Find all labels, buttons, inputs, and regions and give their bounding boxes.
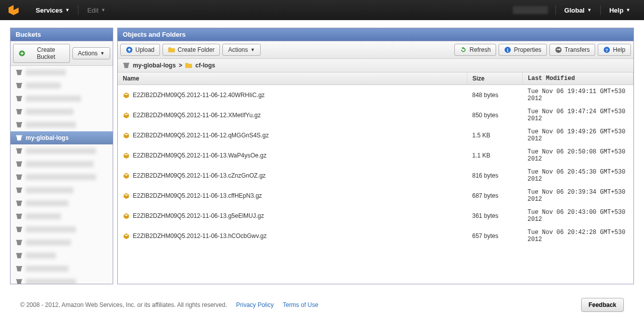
file-icon <box>123 92 130 99</box>
bucket-icon <box>123 62 130 69</box>
object-modified: Tue Nov 06 19:49:11 GMT+530 2012 <box>523 85 633 106</box>
file-icon <box>123 192 130 199</box>
column-header-modified[interactable]: Last Modified <box>523 72 633 85</box>
bucket-item-redacted[interactable] <box>11 197 113 210</box>
object-size: 1.1 KB <box>467 145 523 166</box>
nav-divider <box>600 5 601 15</box>
edit-menu[interactable]: Edit ▼ <box>81 7 111 14</box>
transfers-label: Transfers <box>565 46 590 53</box>
bucket-item-redacted[interactable] <box>11 92 113 105</box>
objects-panel: Objects and Folders Upload Create Folder… <box>117 28 634 284</box>
bucket-item-redacted[interactable] <box>11 249 113 262</box>
aws-logo-icon[interactable] <box>8 4 20 16</box>
object-modified: Tue Nov 06 19:47:24 GMT+530 2012 <box>523 105 633 125</box>
object-modified: Tue Nov 06 20:42:28 GMT+530 2012 <box>523 226 633 246</box>
upload-label: Upload <box>135 46 154 53</box>
footer: © 2008 - 2012, Amazon Web Services, Inc.… <box>0 292 644 318</box>
object-modified: Tue Nov 06 20:39:34 GMT+530 2012 <box>523 186 633 206</box>
bucket-item-selected[interactable]: my-global-logs <box>11 131 113 144</box>
object-modified: Tue Nov 06 20:45:30 GMT+530 2012 <box>523 166 633 186</box>
bucket-item-redacted[interactable] <box>11 144 113 157</box>
edit-label: Edit <box>87 7 98 14</box>
chevron-down-icon: ▼ <box>101 8 106 13</box>
table-row[interactable]: E2ZIB2DZHM09Q5.2012-11-06-13.cffHEpN3.gz… <box>118 186 633 206</box>
file-icon <box>123 112 130 119</box>
object-size: 1.5 KB <box>467 125 523 145</box>
table-row[interactable]: E2ZIB2DZHM09Q5.2012-11-06-12.40WRHIiC.gz… <box>118 85 633 106</box>
bucket-item-redacted[interactable] <box>11 157 113 171</box>
file-icon <box>123 152 130 159</box>
create-folder-button[interactable]: Create Folder <box>163 44 220 56</box>
object-name: E2ZIB2DZHM09Q5.2012-11-06-13.g5eElMUJ.gz <box>133 212 264 219</box>
chevron-down-icon: ▼ <box>65 8 70 13</box>
bucket-item-redacted[interactable] <box>11 171 113 184</box>
refresh-label: Refresh <box>469 46 491 53</box>
object-size: 816 bytes <box>467 166 523 186</box>
help-button[interactable]: Help <box>598 44 631 56</box>
table-row[interactable]: E2ZIB2DZHM09Q5.2012-11-06-12.qMGGnS4S.gz… <box>118 125 633 145</box>
breadcrumb: my-global-logs > cf-logs <box>118 59 633 72</box>
top-nav: Services ▼ Edit ▼ Global ▼ Help ▼ <box>0 0 644 20</box>
file-icon <box>123 232 130 240</box>
table-row[interactable]: E2ZIB2DZHM09Q5.2012-11-06-13.WaP4ysOe.gz… <box>118 145 633 166</box>
buckets-panel: Buckets Create Bucket Actions ▼ my-globa… <box>10 28 113 284</box>
table-row[interactable]: E2ZIB2DZHM09Q5.2012-11-06-13.g5eElMUJ.gz… <box>118 206 633 226</box>
region-label: Global <box>565 7 585 14</box>
bucket-item-label: my-global-logs <box>26 134 68 141</box>
bucket-item-redacted[interactable] <box>11 118 113 131</box>
feedback-button[interactable]: Feedback <box>581 298 624 312</box>
bucket-item-redacted[interactable] <box>11 223 113 236</box>
object-name: E2ZIB2DZHM09Q5.2012-11-06-12.40WRHIiC.gz <box>133 92 265 99</box>
account-name-redacted[interactable] <box>513 6 548 14</box>
bucket-actions-button[interactable]: Actions ▼ <box>72 47 110 59</box>
breadcrumb-separator: > <box>179 62 182 69</box>
breadcrumb-bucket[interactable]: my-global-logs <box>133 62 176 69</box>
bucket-item-redacted[interactable] <box>11 105 113 118</box>
objects-table: Name Size Last Modified E2ZIB2DZHM09Q5.2… <box>118 72 633 284</box>
create-bucket-button[interactable]: Create Bucket <box>13 44 70 63</box>
bucket-item-redacted[interactable] <box>11 66 113 79</box>
column-header-name[interactable]: Name <box>118 72 467 85</box>
object-modified: Tue Nov 06 20:43:00 GMT+530 2012 <box>523 206 633 226</box>
table-row[interactable]: E2ZIB2DZHM09Q5.2012-11-06-13.hCOcbGwv.gz… <box>118 226 633 246</box>
table-row[interactable]: E2ZIB2DZHM09Q5.2012-11-06-13.cZnzGnOZ.gz… <box>118 166 633 186</box>
object-name: E2ZIB2DZHM09Q5.2012-11-06-13.cZnzGnOZ.gz <box>133 172 266 179</box>
create-bucket-label: Create Bucket <box>28 46 64 60</box>
upload-button[interactable]: Upload <box>120 44 160 56</box>
object-size: 850 bytes <box>467 105 523 125</box>
object-name: E2ZIB2DZHM09Q5.2012-11-06-12.XMetIfYu.gz <box>133 112 261 119</box>
object-modified: Tue Nov 06 19:49:26 GMT+530 2012 <box>523 125 633 145</box>
object-size: 361 bytes <box>467 206 523 226</box>
services-label: Services <box>36 7 63 14</box>
privacy-link[interactable]: Privacy Policy <box>236 301 274 308</box>
services-menu[interactable]: Services ▼ <box>30 7 75 14</box>
bucket-list[interactable]: my-global-logs <box>11 66 113 284</box>
object-name: E2ZIB2DZHM09Q5.2012-11-06-12.qMGGnS4S.gz <box>133 132 269 139</box>
help-menu[interactable]: Help ▼ <box>603 7 636 14</box>
properties-button[interactable]: Properties <box>499 44 547 56</box>
bucket-item-redacted[interactable] <box>11 184 113 197</box>
bucket-item-redacted[interactable] <box>11 79 113 92</box>
region-menu[interactable]: Global ▼ <box>558 7 598 14</box>
file-icon <box>123 172 130 179</box>
objects-panel-title: Objects and Folders <box>118 28 633 41</box>
nav-divider <box>78 5 78 15</box>
objects-toolbar: Upload Create Folder Actions ▼ Refresh P… <box>118 41 633 59</box>
help-label: Help <box>613 46 625 53</box>
column-header-size[interactable]: Size <box>467 72 523 85</box>
create-folder-label: Create Folder <box>178 46 214 53</box>
breadcrumb-folder[interactable]: cf-logs <box>195 62 215 69</box>
bucket-item-redacted[interactable] <box>11 262 113 275</box>
bucket-item-redacted[interactable] <box>11 236 113 249</box>
refresh-button[interactable]: Refresh <box>454 44 496 56</box>
object-name: E2ZIB2DZHM09Q5.2012-11-06-13.cffHEpN3.gz <box>133 192 262 199</box>
terms-link[interactable]: Terms of Use <box>283 301 318 308</box>
table-row[interactable]: E2ZIB2DZHM09Q5.2012-11-06-12.XMetIfYu.gz… <box>118 105 633 125</box>
buckets-toolbar: Create Bucket Actions ▼ <box>11 41 113 66</box>
transfers-button[interactable]: Transfers <box>549 44 595 56</box>
bucket-item-redacted[interactable] <box>11 210 113 223</box>
bucket-item-redacted[interactable] <box>11 275 113 284</box>
object-actions-button[interactable]: Actions ▼ <box>222 44 260 56</box>
properties-label: Properties <box>514 46 541 53</box>
object-size: 848 bytes <box>467 85 523 106</box>
